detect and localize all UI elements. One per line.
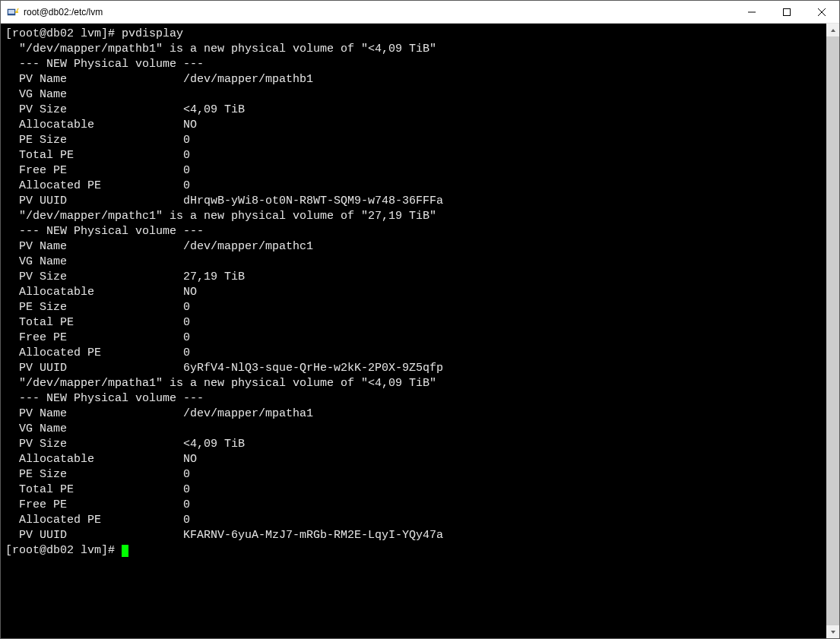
field-key: PV Name	[5, 406, 183, 422]
field-value: dHrqwB-yWi8-ot0N-R8WT-SQM9-w748-36FFFa	[183, 195, 443, 207]
output-line: "/dev/mapper/mpathc1" is a new physical …	[5, 209, 822, 224]
field-key: Allocatable	[5, 285, 183, 300]
output-line: PV Name/dev/mapper/mpathc1	[5, 239, 822, 255]
field-key: VG Name	[5, 422, 183, 437]
output-line: Total PE0	[5, 148, 822, 163]
scrollbar[interactable]	[826, 24, 839, 638]
output-line: Free PE0	[5, 163, 822, 179]
svg-rect-1	[8, 10, 14, 14]
field-key: Allocated PE	[5, 346, 183, 361]
minimize-button[interactable]	[734, 1, 769, 23]
output-line: PE Size0	[5, 300, 822, 315]
svg-rect-2	[15, 11, 18, 13]
scroll-up-button[interactable]	[826, 24, 839, 36]
output-line: PV Name/dev/mapper/mpathb1	[5, 72, 822, 87]
output-line: PV Size<4,09 TiB	[5, 437, 822, 452]
field-value: /dev/mapper/mpathb1	[183, 73, 313, 86]
field-value: 0	[183, 164, 190, 177]
prompt-line: [root@db02 lvm]#	[5, 543, 822, 558]
output-line: Total PE0	[5, 315, 822, 331]
field-value: NO	[183, 453, 197, 466]
output-line: Free PE0	[5, 331, 822, 346]
field-key: PV Size	[5, 437, 183, 452]
field-value: 0	[183, 514, 190, 527]
field-key: Allocated PE	[5, 179, 183, 194]
field-key: PV Name	[5, 239, 183, 255]
field-key: Free PE	[5, 498, 183, 513]
output-line: PV UUIDKFARNV-6yuA-MzJ7-mRGb-RM2E-LqyI-Y…	[5, 528, 822, 543]
terminal-container: [root@db02 lvm]# pvdisplay "/dev/mapper/…	[1, 24, 839, 638]
maximize-button[interactable]	[769, 1, 804, 23]
output-line: VG Name	[5, 422, 822, 437]
output-line: PV UUID6yRfV4-NlQ3-sque-QrHe-w2kK-2P0X-9…	[5, 361, 822, 376]
output-line: PE Size0	[5, 133, 822, 148]
field-key: Total PE	[5, 148, 183, 163]
field-value: 0	[183, 179, 190, 192]
field-value: 0	[183, 498, 190, 511]
field-value: NO	[183, 286, 197, 299]
output-line: AllocatableNO	[5, 285, 822, 300]
field-value: 0	[183, 149, 190, 162]
field-key: Allocatable	[5, 452, 183, 467]
field-key: Total PE	[5, 482, 183, 498]
field-key: PE Size	[5, 133, 183, 148]
field-value: 0	[183, 316, 190, 329]
svg-marker-9	[831, 631, 835, 634]
field-key: Free PE	[5, 331, 183, 346]
field-value: KFARNV-6yuA-MzJ7-mRGb-RM2E-LqyI-YQy47a	[183, 529, 443, 542]
output-line: Allocated PE0	[5, 513, 822, 528]
output-line: AllocatableNO	[5, 452, 822, 467]
field-key: Total PE	[5, 315, 183, 331]
field-value: 0	[183, 331, 190, 344]
scrollbar-thumb[interactable]	[826, 36, 839, 625]
field-value: /dev/mapper/mpatha1	[183, 407, 313, 420]
field-key: PV Size	[5, 103, 183, 118]
field-key: PV UUID	[5, 361, 183, 376]
output-line: PV Size27,19 TiB	[5, 270, 822, 285]
prompt-line: [root@db02 lvm]# pvdisplay	[5, 27, 822, 42]
putty-icon	[7, 6, 19, 18]
output-line: "/dev/mapper/mpatha1" is a new physical …	[5, 376, 822, 391]
field-key: PV Size	[5, 270, 183, 285]
window-controls	[734, 1, 839, 23]
field-key: PE Size	[5, 300, 183, 315]
field-key: Free PE	[5, 163, 183, 179]
output-line: Free PE0	[5, 498, 822, 513]
field-key: PV UUID	[5, 528, 183, 543]
command-text: pvdisplay	[122, 27, 183, 40]
field-key: PV UUID	[5, 194, 183, 209]
shell-prompt: [root@db02 lvm]#	[5, 544, 122, 557]
scroll-down-button[interactable]	[826, 625, 839, 638]
terminal-output[interactable]: [root@db02 lvm]# pvdisplay "/dev/mapper/…	[1, 24, 826, 638]
window-title: root@db02:/etc/lvm	[24, 7, 734, 17]
field-value: /dev/mapper/mpathc1	[183, 240, 313, 253]
field-value: <4,09 TiB	[183, 438, 245, 451]
output-line: Allocated PE0	[5, 179, 822, 194]
output-line: --- NEW Physical volume ---	[5, 224, 822, 239]
window-titlebar[interactable]: root@db02:/etc/lvm	[1, 1, 839, 24]
output-line: VG Name	[5, 255, 822, 270]
field-value: 27,19 TiB	[183, 270, 245, 283]
field-value: 0	[183, 301, 190, 314]
field-value: 6yRfV4-NlQ3-sque-QrHe-w2kK-2P0X-9Z5qfp	[183, 362, 443, 375]
field-key: VG Name	[5, 87, 183, 103]
field-key: Allocatable	[5, 118, 183, 133]
field-value: 0	[183, 468, 190, 481]
close-button[interactable]	[804, 1, 839, 23]
output-line: --- NEW Physical volume ---	[5, 391, 822, 406]
field-value: 0	[183, 346, 190, 359]
cursor	[122, 545, 128, 557]
output-line: PE Size0	[5, 467, 822, 482]
field-key: PE Size	[5, 467, 183, 482]
output-line: Allocated PE0	[5, 346, 822, 361]
svg-marker-8	[831, 29, 835, 32]
output-line: PV Name/dev/mapper/mpatha1	[5, 406, 822, 422]
field-value: <4,09 TiB	[183, 103, 245, 116]
output-line: PV Size<4,09 TiB	[5, 103, 822, 118]
field-value: NO	[183, 119, 197, 131]
field-value: 0	[183, 483, 190, 496]
output-line: --- NEW Physical volume ---	[5, 57, 822, 72]
scrollbar-track[interactable]	[826, 36, 839, 625]
output-line: AllocatableNO	[5, 118, 822, 133]
output-line: "/dev/mapper/mpathb1" is a new physical …	[5, 42, 822, 57]
